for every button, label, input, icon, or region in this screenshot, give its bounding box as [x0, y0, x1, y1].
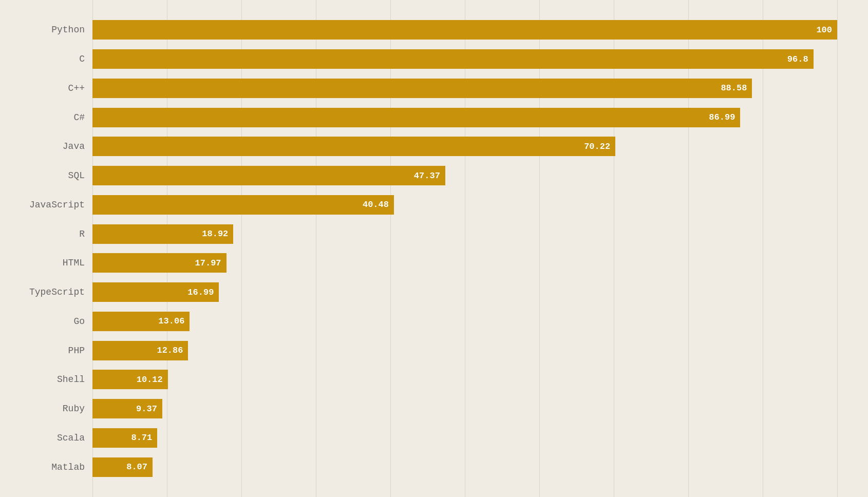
bar-label: Go — [3, 316, 85, 327]
bar-label: HTML — [3, 258, 85, 268]
bar-row: C++88.58 — [92, 77, 837, 100]
bar-track: 88.58 — [92, 79, 837, 98]
bar-fill: 18.92 — [92, 224, 233, 244]
bar-row: PHP12.86 — [92, 339, 837, 362]
bar-fill: 40.48 — [92, 195, 394, 215]
bar-row: HTML17.97 — [92, 251, 837, 275]
bar-value: 17.97 — [195, 258, 221, 268]
bar-track: 86.99 — [92, 108, 837, 127]
bar-fill: 8.07 — [92, 457, 153, 477]
bar-label: Scala — [3, 433, 85, 443]
bar-row: C#86.99 — [92, 106, 837, 129]
bar-fill: 100 — [92, 20, 837, 40]
bar-label: C — [3, 54, 85, 64]
bar-value: 70.22 — [584, 142, 610, 151]
bar-row: C96.8 — [92, 47, 837, 71]
bar-label: TypeScript — [3, 287, 85, 297]
bar-value: 18.92 — [202, 229, 228, 239]
grid-line — [837, 0, 838, 497]
bar-label: Python — [3, 25, 85, 35]
bar-value: 40.48 — [363, 200, 389, 209]
bar-value: 86.99 — [709, 112, 735, 122]
bar-fill: 86.99 — [92, 108, 740, 127]
bar-fill: 12.86 — [92, 341, 188, 360]
bar-value: 16.99 — [187, 288, 214, 297]
bar-track: 16.99 — [92, 282, 837, 302]
bar-label: R — [3, 229, 85, 239]
bar-row: Matlab8.07 — [92, 455, 837, 479]
bar-fill: 13.06 — [92, 312, 190, 331]
bar-fill: 47.37 — [92, 166, 445, 185]
bar-track: 47.37 — [92, 166, 837, 185]
bar-label: SQL — [3, 170, 85, 181]
bar-label: Java — [3, 141, 85, 151]
bar-fill: 88.58 — [92, 79, 752, 98]
bar-value: 9.37 — [136, 404, 157, 414]
bar-value: 8.07 — [126, 462, 147, 472]
bar-row: SQL47.37 — [92, 164, 837, 187]
bar-row: Go13.06 — [92, 310, 837, 333]
bar-fill: 16.99 — [92, 282, 219, 302]
bar-fill: 17.97 — [92, 253, 227, 273]
bar-track: 70.22 — [92, 137, 837, 156]
bar-track: 18.92 — [92, 224, 837, 244]
bar-track: 17.97 — [92, 253, 837, 273]
bar-track: 8.07 — [92, 457, 837, 477]
bar-track: 9.37 — [92, 399, 837, 418]
bar-row: Scala8.71 — [92, 426, 837, 450]
bar-row: Python100 — [92, 18, 837, 42]
chart-container: Python100C96.8C++88.58C#86.99Java70.22SQ… — [0, 0, 868, 497]
bar-row: R18.92 — [92, 222, 837, 246]
bar-fill: 96.8 — [92, 49, 814, 69]
bar-fill: 8.71 — [92, 428, 157, 448]
bar-track: 10.12 — [92, 370, 837, 389]
bar-row: TypeScript16.99 — [92, 280, 837, 304]
bar-label: C# — [3, 112, 85, 123]
bar-track: 8.71 — [92, 428, 837, 448]
bar-label: PHP — [3, 346, 85, 356]
bar-track: 100 — [92, 20, 837, 40]
bar-value: 47.37 — [414, 171, 440, 181]
bar-track: 13.06 — [92, 312, 837, 331]
bar-label: Ruby — [3, 404, 85, 414]
bar-track: 96.8 — [92, 49, 837, 69]
bar-value: 100 — [816, 25, 832, 35]
bar-track: 40.48 — [92, 195, 837, 215]
bar-fill: 10.12 — [92, 370, 168, 389]
bar-row: Ruby9.37 — [92, 397, 837, 420]
bar-value: 12.86 — [157, 346, 183, 355]
bar-label: Matlab — [3, 462, 85, 472]
bar-label: JavaScript — [3, 200, 85, 210]
bar-label: Shell — [3, 374, 85, 385]
bar-row: Java70.22 — [92, 135, 837, 158]
bar-value: 96.8 — [787, 54, 808, 64]
bar-value: 10.12 — [137, 375, 163, 385]
bar-row: JavaScript40.48 — [92, 193, 837, 217]
bar-track: 12.86 — [92, 341, 837, 360]
bar-fill: 70.22 — [92, 137, 615, 156]
bar-value: 8.71 — [131, 433, 152, 443]
bar-row: Shell10.12 — [92, 368, 837, 391]
bar-value: 13.06 — [158, 316, 184, 326]
bar-value: 88.58 — [721, 83, 747, 93]
bar-fill: 9.37 — [92, 399, 162, 418]
bar-label: C++ — [3, 83, 85, 93]
bars-area: Python100C96.8C++88.58C#86.99Java70.22SQ… — [92, 15, 837, 482]
